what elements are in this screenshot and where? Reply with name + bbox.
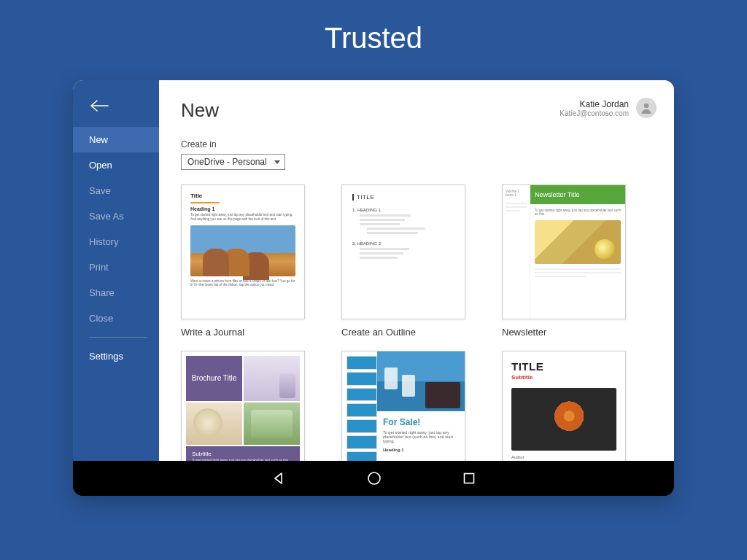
preview-subtitle: Subtitle: [192, 451, 294, 457]
preview-title: Title: [190, 192, 295, 199]
content-area: Katie Jordan KatieJ@contoso.com New Crea…: [159, 80, 674, 461]
svg-point-1: [368, 472, 380, 484]
template-caption: Write a Journal: [181, 327, 305, 338]
sidebar-item-open[interactable]: Open: [73, 152, 159, 178]
sidebar-item-print: Print: [73, 254, 159, 280]
sidebar-item-history: History: [73, 229, 159, 254]
app-screen: New Open Save Save As History Print Shar…: [73, 80, 674, 461]
preview-image: [186, 402, 242, 445]
preview-caption: Want to insert a picture from files or a…: [190, 279, 295, 287]
template-thumbnail: TITLE Subtitle Author: [502, 351, 626, 461]
preview-image: [244, 356, 300, 401]
android-recent-button[interactable]: [462, 472, 476, 485]
person-icon: [640, 101, 653, 114]
template-thumbnail: For Sale! To get started right away, jus…: [341, 351, 465, 461]
create-in-dropdown[interactable]: OneDrive - Personal: [181, 154, 285, 170]
sidebar-item-close: Close: [73, 306, 159, 331]
preview-title: Brochure Title: [186, 356, 242, 401]
template-thumbnail: Title Heading 1 To get started right awa…: [181, 184, 305, 319]
preview-title: For Sale!: [383, 417, 459, 427]
template-caption: Newsletter: [502, 327, 626, 338]
preview-heading: 2. HEADING 2: [352, 241, 454, 246]
template-brochure[interactable]: Brochure Title Subtitle To get started r…: [181, 351, 305, 461]
svg-point-0: [644, 104, 649, 108]
avatar[interactable]: [636, 98, 657, 118]
sidebar: New Open Save Save As History Print Shar…: [73, 80, 159, 461]
sidebar-item-save: Save: [73, 178, 159, 203]
template-newsletter[interactable]: Volume 1 Issue 1 Newsletter Title To get…: [502, 184, 626, 338]
preview-heading: Heading 1: [383, 448, 459, 452]
preview-heading: Heading 1: [190, 206, 295, 211]
preview-title: TITLE: [511, 360, 616, 373]
back-arrow-icon: [89, 99, 109, 112]
preview-subtitle: Subtitle: [511, 374, 616, 381]
triangle-back-icon: [271, 471, 286, 486]
android-back-button[interactable]: [271, 471, 286, 486]
chevron-down-icon: [274, 160, 280, 164]
preview-tear-strips: [347, 356, 377, 461]
hero-title: Trusted: [0, 22, 747, 55]
sidebar-divider: [89, 337, 147, 338]
user-account-block[interactable]: Katie Jordan KatieJ@contoso.com: [560, 98, 657, 118]
preview-author: Author: [511, 455, 616, 459]
template-caption: Create an Outline: [341, 327, 465, 338]
circle-home-icon: [366, 470, 382, 486]
preview-image: [511, 388, 616, 451]
preview-image: [244, 402, 300, 445]
sidebar-item-settings[interactable]: Settings: [73, 343, 159, 369]
preview-header: Newsletter Title: [530, 185, 625, 204]
sidebar-item-share: Share: [73, 280, 159, 306]
sidebar-item-save-as: Save As: [73, 203, 159, 229]
preview-text: To get started right away, just tap any …: [535, 209, 621, 216]
template-grid: Title Heading 1 To get started right awa…: [181, 184, 652, 461]
preview-image: [377, 351, 465, 411]
android-nav-bar: [73, 461, 674, 496]
preview-heading: 1. HEADING 1: [352, 208, 454, 212]
tablet-device-frame: New Open Save Save As History Print Shar…: [73, 80, 674, 496]
preview-side-title: Volume 1 Issue 1: [506, 190, 527, 197]
preview-image: [535, 220, 621, 264]
back-button[interactable]: [73, 92, 159, 127]
preview-text: To get started right away, just tap any …: [190, 213, 295, 217]
android-home-button[interactable]: [366, 470, 382, 486]
preview-text: And anything you see on this page with t…: [190, 217, 295, 221]
preview-text: To get started right away, just tap any …: [383, 430, 459, 443]
template-thumbnail: Volume 1 Issue 1 Newsletter Title To get…: [502, 184, 626, 319]
create-in-selected: OneDrive - Personal: [187, 157, 267, 167]
preview-title: TITLE: [352, 194, 454, 201]
preview-image: [190, 225, 295, 276]
svg-rect-2: [465, 474, 474, 483]
template-write-a-journal[interactable]: Title Heading 1 To get started right awa…: [181, 184, 305, 338]
create-in-label: Create in: [181, 139, 652, 149]
square-recent-icon: [462, 472, 476, 485]
template-thumbnail: TITLE 1. HEADING 1: [341, 184, 465, 319]
template-thumbnail: Brochure Title Subtitle To get started r…: [181, 351, 305, 461]
template-report[interactable]: TITLE Subtitle Author: [502, 351, 626, 461]
user-email: KatieJ@contoso.com: [560, 109, 629, 117]
template-for-sale-flyer[interactable]: For Sale! To get started right away, jus…: [341, 351, 465, 461]
user-name: Katie Jordan: [560, 99, 629, 109]
sidebar-item-new[interactable]: New: [73, 127, 159, 152]
template-create-an-outline[interactable]: TITLE 1. HEADING 1: [341, 184, 465, 338]
